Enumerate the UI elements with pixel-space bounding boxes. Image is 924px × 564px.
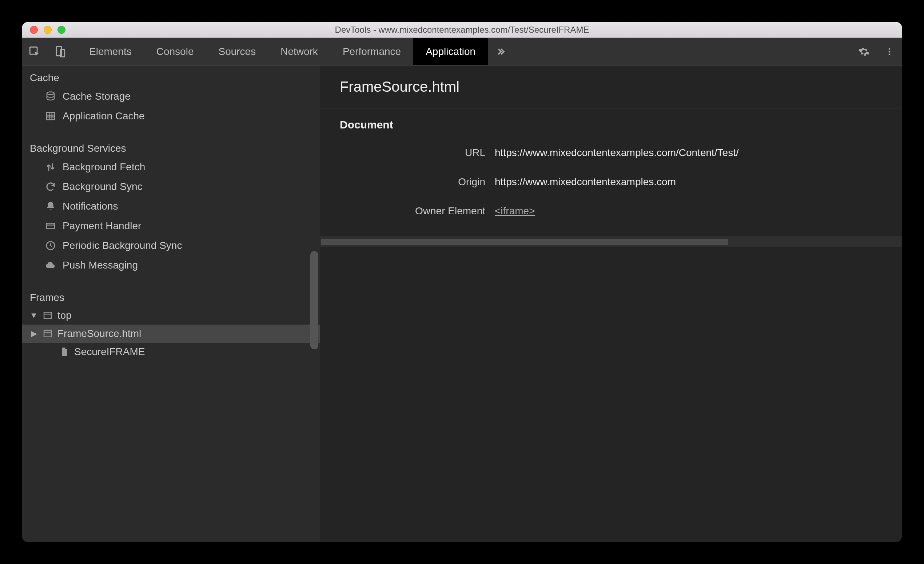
sidebar-item-label: Application Cache	[63, 110, 145, 122]
tab-console[interactable]: Console	[144, 38, 206, 65]
svg-rect-8	[46, 224, 55, 229]
row-origin: Origin https://www.mixedcontentexamples.…	[327, 167, 895, 196]
sidebar-item-label: Push Messaging	[63, 260, 138, 271]
group-bg-services-title: Background Services	[22, 136, 320, 157]
sidebar-item-label: Periodic Background Sync	[63, 240, 182, 251]
tree-label: SecureIFRAME	[74, 346, 145, 358]
svg-rect-11	[44, 330, 51, 337]
tab-performance[interactable]: Performance	[330, 38, 413, 65]
chevron-right-icon: ▶	[30, 329, 38, 338]
row-value: https://www.mixedcontentexamples.com/Con…	[495, 147, 739, 159]
svg-point-4	[889, 51, 891, 52]
sidebar-item-background-sync[interactable]: Background Sync	[22, 177, 320, 196]
grid-icon	[44, 110, 57, 122]
minimize-window-button[interactable]	[44, 26, 52, 34]
sidebar-item-notifications[interactable]: Notifications	[22, 196, 320, 216]
horizontal-scrollbar-thumb[interactable]	[321, 239, 728, 245]
frames-tree: ▼ top ▶ FrameSource.html	[22, 306, 320, 361]
svg-point-5	[889, 54, 891, 55]
sidebar-item-payment-handler[interactable]: Payment Handler	[22, 216, 320, 236]
window-controls	[22, 26, 66, 34]
zoom-window-button[interactable]	[57, 26, 66, 34]
tab-network[interactable]: Network	[268, 38, 330, 65]
sidebar-item-application-cache[interactable]: Application Cache	[22, 106, 320, 126]
chevron-down-icon: ▼	[30, 311, 38, 320]
inspect-element-icon[interactable]	[22, 38, 47, 65]
owner-element-link[interactable]: <iframe>	[495, 205, 535, 217]
sidebar-item-label: Background Fetch	[63, 161, 145, 173]
bell-icon	[44, 200, 57, 213]
tab-elements[interactable]: Elements	[77, 38, 144, 65]
separator	[73, 42, 73, 62]
devtools-window: DevTools - www.mixedcontentexamples.com/…	[22, 22, 902, 542]
row-value: https://www.mixedcontentexamples.com	[495, 176, 676, 188]
sidebar-item-label: Cache Storage	[63, 91, 130, 102]
row-label: Owner Element	[327, 205, 495, 217]
row-label: URL	[327, 147, 495, 159]
frames-tree-framesource[interactable]: ▶ FrameSource.html	[22, 325, 320, 343]
device-toggle-icon[interactable]	[47, 38, 73, 65]
sidebar-item-label: Notifications	[63, 201, 118, 212]
database-icon	[44, 90, 57, 103]
tab-application[interactable]: Application	[413, 38, 488, 65]
frame-icon	[42, 327, 54, 340]
tabs-overflow-icon[interactable]	[488, 38, 513, 65]
sidebar-item-label: Payment Handler	[63, 220, 141, 232]
svg-point-3	[889, 48, 891, 50]
gear-icon[interactable]	[851, 46, 877, 57]
document-section-title: Document	[320, 108, 902, 135]
svg-rect-10	[44, 312, 51, 319]
sidebar-item-background-fetch[interactable]: Background Fetch	[22, 157, 320, 177]
row-url: URL https://www.mixedcontentexamples.com…	[327, 138, 895, 167]
kebab-menu-icon[interactable]	[877, 47, 902, 56]
tree-label: FrameSource.html	[57, 328, 141, 339]
frames-tree-secureiframe[interactable]: SecureIFRAME	[30, 343, 320, 361]
application-sidebar: Cache Cache Storage	[22, 66, 320, 542]
sidebar-item-periodic-bg-sync[interactable]: Periodic Background Sync	[22, 236, 320, 255]
document-rows: URL https://www.mixedcontentexamples.com…	[320, 135, 902, 237]
row-label: Origin	[327, 176, 495, 188]
sync-icon	[44, 180, 57, 193]
frame-icon	[42, 309, 54, 322]
tab-sources[interactable]: Sources	[206, 38, 268, 65]
sidebar-scrollbar-thumb[interactable]	[310, 251, 318, 350]
frame-details: FrameSource.html Document URL https://ww…	[320, 66, 902, 542]
horizontal-scrollbar[interactable]	[320, 237, 902, 247]
toolbar: Elements Console Sources Network Perform…	[22, 38, 902, 66]
close-window-button[interactable]	[30, 26, 38, 34]
group-cache-title: Cache	[22, 66, 320, 87]
sidebar-item-cache-storage[interactable]: Cache Storage	[22, 87, 320, 106]
card-icon	[44, 220, 57, 232]
clock-icon	[44, 239, 57, 252]
titlebar: DevTools - www.mixedcontentexamples.com/…	[22, 22, 902, 38]
window-title: DevTools - www.mixedcontentexamples.com/…	[22, 25, 902, 35]
panel-tabs: Elements Console Sources Network Perform…	[77, 38, 488, 65]
svg-point-6	[47, 92, 54, 95]
updown-icon	[44, 161, 57, 173]
sidebar-item-push-messaging[interactable]: Push Messaging	[22, 255, 320, 275]
group-frames-title: Frames	[22, 285, 320, 306]
row-owner-element: Owner Element <iframe>	[327, 196, 895, 226]
file-icon	[58, 346, 70, 358]
cloud-icon	[44, 259, 57, 272]
frames-tree-top[interactable]: ▼ top	[30, 306, 320, 325]
tree-label: top	[57, 310, 72, 321]
sidebar-item-label: Background Sync	[63, 181, 142, 192]
body: Cache Cache Storage	[22, 66, 902, 542]
frame-title: FrameSource.html	[320, 66, 902, 108]
svg-rect-7	[46, 112, 55, 120]
